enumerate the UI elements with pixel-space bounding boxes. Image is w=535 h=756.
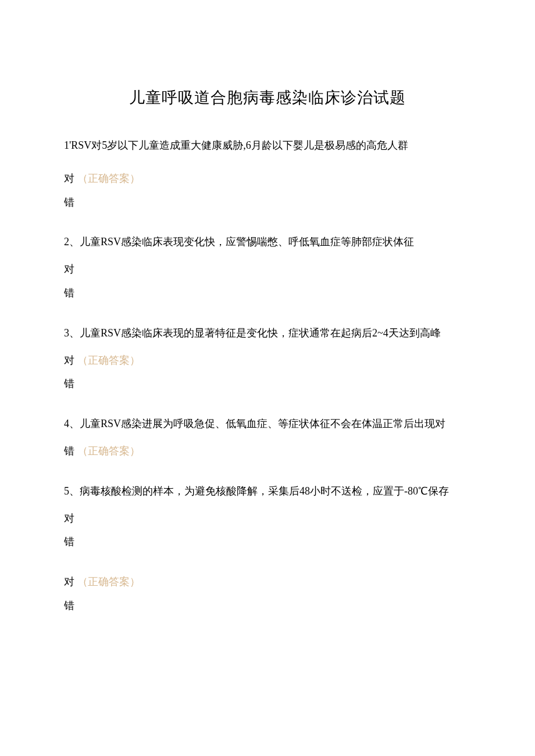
option-label: 对 bbox=[64, 263, 74, 275]
option-label: 错 bbox=[64, 287, 74, 299]
option-label: 错 bbox=[64, 600, 74, 611]
option-line: 错 bbox=[64, 285, 471, 302]
option-line: 对 bbox=[64, 261, 471, 278]
option-line: 对 （正确答案） bbox=[64, 170, 471, 187]
option-line: 错 （正确答案） bbox=[64, 443, 471, 460]
question-text: 3、儿童RSV感染临床表现的显著特征是变化快，症状通常在起病后2~4天达到高峰 bbox=[64, 325, 471, 342]
option-line: 错 bbox=[64, 375, 471, 392]
question-text: 4、儿童RSV感染进展为呼吸急促、低氧血症、等症状体征不会在体温正常后出现对 bbox=[64, 415, 471, 432]
option-label: 错 bbox=[64, 445, 74, 457]
correct-answer-mark: （正确答案） bbox=[77, 576, 140, 587]
option-label: 对 bbox=[64, 576, 74, 587]
option-label: 对 bbox=[64, 173, 74, 184]
correct-answer-mark: （正确答案） bbox=[77, 445, 140, 457]
page-title: 儿童呼吸道合胞病毒感染临床诊治试题 bbox=[64, 87, 471, 108]
option-line: 对 bbox=[64, 510, 471, 527]
option-label: 对 bbox=[64, 513, 74, 524]
option-label: 错 bbox=[64, 196, 74, 208]
option-line: 错 bbox=[64, 194, 471, 211]
option-label: 对 bbox=[64, 354, 74, 366]
document-page: 儿童呼吸道合胞病毒感染临床诊治试题 1'RSV对5岁以下儿童造成重大健康威胁,6… bbox=[0, 0, 535, 756]
option-label: 错 bbox=[64, 536, 74, 547]
option-line: 对 （正确答案） bbox=[64, 352, 471, 369]
question-text: 1'RSV对5岁以下儿童造成重大健康威胁,6月龄以下婴儿是极易感的高危人群 bbox=[64, 137, 471, 154]
option-line: 错 bbox=[64, 533, 471, 550]
question-text: 5、病毒核酸检测的样本，为避免核酸降解，采集后48小时不送检，应置于-80℃保存 bbox=[64, 483, 471, 500]
correct-answer-mark: （正确答案） bbox=[77, 354, 140, 366]
correct-answer-mark: （正确答案） bbox=[77, 173, 140, 184]
option-line: 对 （正确答案） bbox=[64, 574, 471, 590]
question-text: 2、儿童RSV感染临床表现变化快，应警惕喘憋、呼低氧血症等肺部症状体征 bbox=[64, 234, 471, 250]
option-label: 错 bbox=[64, 378, 74, 389]
option-line: 错 bbox=[64, 597, 471, 614]
